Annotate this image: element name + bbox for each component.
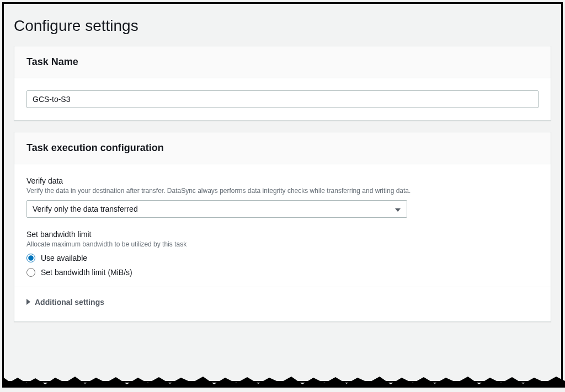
bandwidth-option-set-limit[interactable]: Set bandwidth limit (MiB/s) (26, 268, 539, 277)
torn-edge-decoration (2, 374, 565, 388)
verify-data-field: Verify data Verify the data in your dest… (26, 176, 539, 218)
exec-config-body: Verify data Verify the data in your dest… (14, 164, 551, 321)
page-title: Configure settings (14, 17, 551, 35)
exec-config-heading: Task execution configuration (26, 142, 539, 154)
bandwidth-label: Set bandwidth limit (26, 230, 539, 239)
verify-data-label: Verify data (26, 176, 539, 185)
task-name-heading: Task Name (26, 56, 539, 68)
bandwidth-desc: Allocate maximum bandwidth to be utilize… (26, 240, 539, 249)
exec-config-header: Task execution configuration (14, 132, 551, 164)
bandwidth-radio-set-limit[interactable] (26, 268, 35, 277)
bandwidth-radio-use-available-label: Use available (41, 254, 87, 262)
exec-config-panel: Task execution configuration Verify data… (14, 132, 551, 322)
additional-settings-toggle[interactable]: Additional settings (26, 297, 539, 309)
bandwidth-radio-set-limit-label: Set bandwidth limit (MiB/s) (41, 268, 132, 277)
verify-data-select[interactable]: Verify only the data transferred (26, 200, 407, 218)
verify-data-select-wrap: Verify only the data transferred (26, 200, 407, 218)
chevron-right-icon (26, 297, 30, 307)
page-frame: Configure settings Task Name Task execut… (2, 2, 563, 383)
task-name-input[interactable] (26, 90, 539, 108)
verify-data-desc: Verify the data in your destination afte… (26, 186, 539, 196)
additional-settings-label: Additional settings (35, 298, 104, 307)
bandwidth-field: Set bandwidth limit Allocate maximum ban… (26, 230, 539, 277)
bandwidth-option-use-available[interactable]: Use available (26, 254, 539, 262)
task-name-panel: Task Name (14, 46, 551, 121)
bandwidth-radio-use-available[interactable] (26, 254, 35, 262)
task-name-header: Task Name (14, 46, 551, 78)
task-name-body (14, 78, 551, 120)
divider (14, 287, 551, 287)
